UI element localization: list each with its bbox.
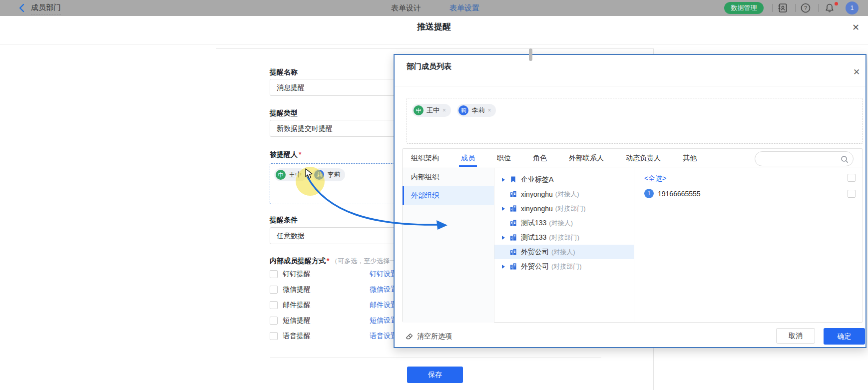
wechat-checkbox[interactable]	[270, 286, 278, 294]
tree-node-suffix: (对接人)	[555, 190, 579, 199]
expand-arrow-icon[interactable]	[502, 178, 505, 182]
expand-arrow-icon[interactable]	[502, 236, 505, 240]
sms-checkbox[interactable]	[270, 317, 278, 325]
org-type-list: 内部组织 外部组织	[403, 168, 494, 323]
back-icon[interactable]	[18, 3, 26, 12]
tree-node-label: xinyonghu	[521, 205, 553, 213]
tree-row-company[interactable]: 测试133 (对接人)	[494, 216, 634, 230]
member-checkbox[interactable]	[848, 190, 856, 198]
voice-label: 语音提醒	[283, 332, 311, 341]
modal-close-icon[interactable]: ✕	[853, 67, 860, 77]
divider	[270, 357, 601, 358]
expand-arrow-icon[interactable]	[502, 265, 505, 269]
svg-text:?: ?	[804, 5, 807, 11]
notification-dot	[835, 2, 838, 5]
expand-arrow-icon[interactable]	[502, 207, 505, 211]
member-row[interactable]: 1 19166665555	[644, 189, 701, 198]
cancel-button[interactable]: 取消	[776, 328, 815, 344]
tab-members[interactable]: 成员	[461, 149, 475, 167]
tab-roles[interactable]: 角色	[533, 149, 547, 167]
remove-tag-icon[interactable]: ×	[487, 107, 491, 114]
app-screen: 成员部门 表单设计 表单设置 数据管理 ? 1 推送提醒 ✕ 提醒名称 消息提醒…	[0, 0, 868, 390]
required-asterisk: *	[327, 257, 329, 265]
member-avatar: 中	[414, 105, 424, 115]
tab-org-structure[interactable]: 组织架构	[411, 149, 439, 167]
save-button[interactable]: 保存	[407, 367, 463, 383]
tree-node-suffix: (对接部门)	[549, 233, 579, 242]
tab-positions[interactable]: 职位	[497, 149, 511, 167]
dingtalk-label: 钉钉提醒	[283, 270, 311, 279]
tree-node-label: 外贸公司	[521, 248, 549, 257]
selected-members-area: 中 王中 × 莉 李莉 ×	[407, 98, 863, 144]
email-checkbox[interactable]	[270, 301, 278, 309]
sms-label: 短信提醒	[283, 316, 311, 325]
modal-title: 部门成员列表	[407, 62, 451, 71]
breadcrumb-form-name[interactable]: 成员部门	[31, 3, 61, 14]
tab-other[interactable]: 其他	[683, 149, 697, 167]
recipient-name: 王中	[289, 170, 302, 179]
recipient-name: 李莉	[327, 170, 340, 179]
tree-row-company[interactable]: xinyonghu (对接人)	[494, 187, 634, 201]
voice-checkbox[interactable]	[270, 332, 278, 340]
select-all-checkbox[interactable]	[848, 174, 856, 182]
tab-dynamic-owner[interactable]: 动态负责人	[626, 149, 661, 167]
tab-external-contacts[interactable]: 外部联系人	[569, 149, 604, 167]
tree-node-label: 企业标签A	[521, 175, 553, 184]
select-all-link[interactable]: <全选>	[644, 174, 666, 183]
tree-node-suffix: (对接人)	[549, 219, 573, 228]
field-label-reminder-type: 提醒类型	[270, 109, 298, 118]
divider	[795, 4, 796, 12]
tree-node-label: xinyonghu	[521, 190, 553, 198]
selected-member-tag[interactable]: 莉 李莉 ×	[457, 104, 496, 117]
tree-row-company-selected[interactable]: 外贸公司 (对接人)	[494, 245, 634, 259]
confirm-button[interactable]: 确定	[824, 328, 865, 345]
building-icon	[509, 205, 517, 212]
tree-node-suffix: (对接部门)	[555, 204, 586, 213]
selected-member-tag[interactable]: 中 王中 ×	[412, 104, 451, 117]
tree-row-tag[interactable]: 企业标签A	[494, 172, 634, 187]
recipient-tag[interactable]: 中 王中	[274, 168, 307, 181]
spacer	[502, 192, 505, 196]
tab-form-design[interactable]: 表单设计	[391, 3, 421, 13]
building-icon	[509, 190, 517, 198]
tree-node-label: 测试133	[521, 233, 546, 242]
contacts-icon[interactable]	[777, 2, 788, 13]
member-search-input[interactable]	[762, 152, 842, 165]
help-icon[interactable]: ?	[800, 2, 811, 13]
tree-row-company[interactable]: xinyonghu (对接部门)	[494, 201, 634, 216]
spacer	[502, 221, 505, 225]
user-avatar[interactable]: 1	[846, 1, 859, 14]
org-item-internal[interactable]: 内部组织	[403, 168, 494, 186]
notification-bell-icon[interactable]	[824, 2, 835, 13]
building-icon	[509, 248, 517, 256]
notify-methods-label-text: 内部成员提醒方式	[270, 257, 326, 265]
scrollbar-thumb[interactable]	[529, 48, 532, 61]
divider	[0, 44, 868, 44]
page-close-icon[interactable]: ✕	[852, 22, 860, 33]
dingtalk-checkbox[interactable]	[270, 270, 278, 278]
picker-box: 组织架构 成员 职位 角色 外部联系人 动态负责人 其他 内部组织 外部组织	[402, 148, 863, 323]
email-label: 邮件提醒	[283, 301, 311, 310]
tab-form-settings[interactable]: 表单设置	[449, 3, 479, 13]
eraser-icon	[406, 333, 414, 341]
member-name: 李莉	[471, 106, 484, 115]
recipient-avatar: 莉	[314, 170, 324, 180]
wechat-label: 微信提醒	[283, 285, 311, 294]
recipient-tag[interactable]: 莉 李莉	[313, 168, 345, 181]
required-asterisk: *	[299, 150, 301, 158]
tree-row-company[interactable]: 外贸公司 (对接部门)	[494, 259, 634, 274]
field-label-condition: 提醒条件	[270, 216, 298, 225]
tree-node-label: 测试133	[521, 219, 546, 228]
building-icon	[509, 219, 517, 227]
tree-row-company[interactable]: 测试133 (对接部门)	[494, 230, 634, 245]
member-avatar: 1	[644, 189, 654, 198]
search-icon[interactable]	[841, 155, 849, 163]
org-item-external[interactable]: 外部组织	[403, 186, 494, 205]
spacer	[502, 250, 505, 254]
data-manage-button[interactable]: 数据管理	[724, 2, 764, 14]
top-bar: 成员部门 表单设计 表单设置 数据管理 ? 1	[0, 0, 868, 16]
tree-node-suffix: (对接人)	[551, 248, 575, 257]
bookmark-icon	[509, 176, 517, 183]
remove-tag-icon[interactable]: ×	[442, 107, 446, 114]
clear-selection-link[interactable]: 清空所选项	[406, 332, 452, 341]
